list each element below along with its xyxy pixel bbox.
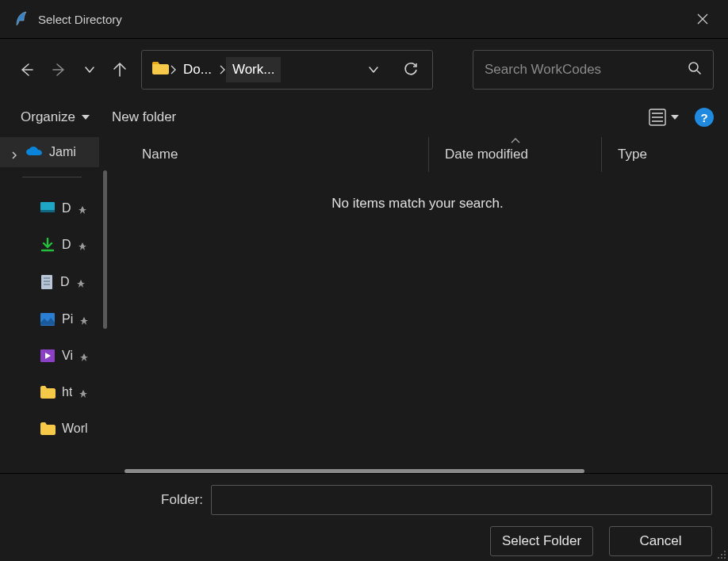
back-button[interactable] bbox=[14, 58, 38, 82]
sidebar-item-videos[interactable]: Vi bbox=[0, 341, 99, 371]
svg-point-15 bbox=[721, 554, 722, 555]
sidebar-item-onedrive[interactable]: Jami bbox=[0, 137, 99, 167]
up-button[interactable] bbox=[108, 58, 132, 82]
history-dropdown-button[interactable] bbox=[358, 51, 389, 89]
sidebar-item-downloads[interactable]: D bbox=[0, 230, 99, 260]
pin-icon bbox=[79, 351, 89, 361]
sidebar: Jami D D bbox=[0, 137, 107, 473]
refresh-button[interactable] bbox=[389, 51, 432, 89]
sidebar-item-desktop[interactable]: D bbox=[0, 193, 99, 223]
svg-rect-8 bbox=[41, 275, 52, 289]
footer: Folder: Select Folder Cancel bbox=[0, 473, 728, 561]
new-folder-button[interactable]: New folder bbox=[112, 109, 176, 125]
sidebar-item-pictures[interactable]: Pi bbox=[0, 304, 99, 334]
pin-icon bbox=[79, 315, 89, 324]
downloads-icon bbox=[40, 238, 56, 252]
forward-button[interactable] bbox=[48, 58, 71, 82]
folder-label: Folder: bbox=[16, 492, 203, 508]
titlebar: Select Directory bbox=[0, 0, 728, 38]
column-name[interactable]: Name bbox=[107, 137, 428, 172]
folder-input[interactable] bbox=[211, 485, 712, 515]
videos-icon bbox=[40, 349, 56, 363]
chevron-right-icon[interactable] bbox=[218, 66, 226, 74]
chevron-right-icon[interactable] bbox=[11, 148, 19, 156]
svg-point-14 bbox=[724, 551, 726, 552]
cancel-button[interactable]: Cancel bbox=[609, 526, 712, 556]
organize-button[interactable]: Organize bbox=[21, 109, 90, 125]
pin-icon bbox=[78, 204, 87, 213]
window-title: Select Directory bbox=[38, 13, 122, 26]
sort-indicator-icon bbox=[510, 132, 521, 148]
breadcrumb-item-current[interactable]: Work... bbox=[226, 57, 282, 82]
chevron-right-icon[interactable] bbox=[169, 66, 177, 74]
svg-point-16 bbox=[724, 554, 726, 555]
column-date[interactable]: Date modified bbox=[428, 137, 601, 172]
empty-message: No items match your search. bbox=[107, 172, 728, 212]
feather-app-icon bbox=[14, 11, 27, 27]
desktop-icon bbox=[40, 201, 56, 216]
folder-icon bbox=[40, 422, 56, 436]
pin-icon bbox=[76, 277, 86, 287]
svg-point-17 bbox=[718, 557, 719, 559]
breadcrumb-item[interactable]: Do... bbox=[177, 57, 218, 82]
sidebar-item-documents[interactable]: D bbox=[0, 266, 99, 298]
nav-row: Do... Work... bbox=[0, 39, 728, 101]
search-icon[interactable] bbox=[688, 61, 702, 78]
documents-icon bbox=[40, 274, 54, 290]
pin-icon bbox=[79, 387, 88, 397]
sidebar-divider bbox=[22, 177, 82, 177]
svg-rect-6 bbox=[40, 210, 55, 212]
help-button[interactable]: ? bbox=[695, 108, 714, 127]
file-list: Name Date modified Type No items match y… bbox=[107, 137, 728, 473]
svg-point-0 bbox=[689, 63, 698, 71]
body: Jami D D bbox=[0, 137, 728, 473]
select-folder-button[interactable]: Select Folder bbox=[490, 526, 593, 556]
recent-locations-button[interactable] bbox=[81, 58, 98, 82]
search-box[interactable] bbox=[473, 50, 714, 90]
close-button[interactable] bbox=[692, 8, 714, 30]
pictures-icon bbox=[40, 312, 56, 326]
horizontal-scrollbar[interactable] bbox=[125, 469, 584, 473]
toolbar: Organize New folder ? bbox=[0, 101, 728, 137]
titlebar-left: Select Directory bbox=[14, 11, 122, 27]
sidebar-item-folder-work[interactable]: Worl bbox=[0, 414, 99, 444]
svg-point-19 bbox=[724, 557, 726, 559]
column-type[interactable]: Type bbox=[601, 137, 696, 172]
search-input[interactable] bbox=[485, 62, 688, 78]
list-header: Name Date modified Type bbox=[107, 137, 728, 172]
sidebar-item-folder-ht[interactable]: ht bbox=[0, 377, 99, 407]
resize-grip[interactable] bbox=[715, 548, 726, 559]
view-options-button[interactable] bbox=[646, 105, 682, 129]
svg-point-18 bbox=[721, 557, 722, 559]
pin-icon bbox=[78, 240, 87, 250]
onedrive-icon bbox=[25, 146, 43, 158]
folder-icon bbox=[40, 385, 56, 399]
folder-icon bbox=[148, 61, 169, 78]
address-bar[interactable]: Do... Work... bbox=[141, 50, 433, 90]
